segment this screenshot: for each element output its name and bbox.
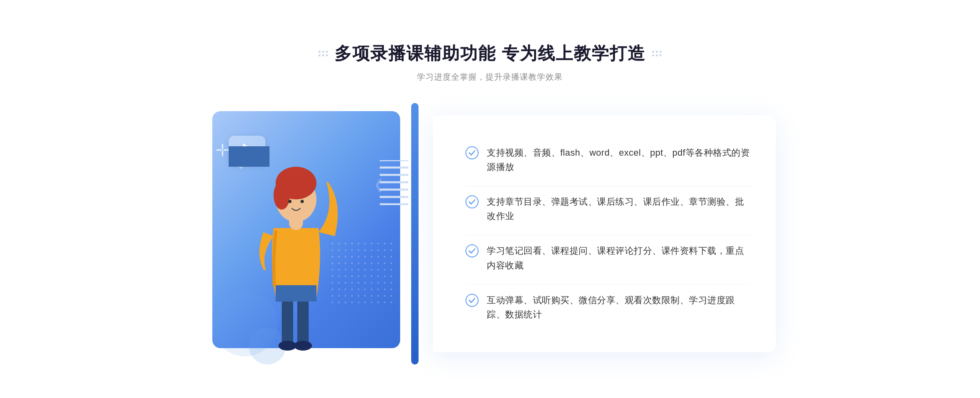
svg-point-26: [466, 147, 478, 159]
feature-text-2: 支持章节目录、弹题考试、课后练习、课后作业、章节测验、批改作业: [487, 195, 751, 223]
svg-point-10: [278, 341, 296, 351]
content-area: » 《: [204, 103, 776, 364]
right-title-decorator: [652, 51, 662, 56]
left-title-decorator: [318, 51, 328, 56]
check-icon-2: [466, 195, 479, 208]
feature-item-2: 支持章节目录、弹题考试、课后练习、课后作业、章节测验、批改作业: [466, 186, 751, 231]
feature-item-3: 学习笔记回看、课程提问、课程评论打分、课件资料下载，重点内容收藏: [466, 235, 751, 280]
svg-rect-9: [297, 297, 309, 347]
svg-rect-18: [229, 146, 270, 167]
feature-item-1: 支持视频、音频、flash、word、excel、ppt、pdf等各种格式的资源…: [466, 137, 751, 182]
check-icon-1: [466, 146, 479, 159]
svg-point-16: [288, 200, 292, 203]
svg-point-28: [466, 245, 478, 257]
feature-text-4: 互动弹幕、试听购买、微信分享、观看次数限制、学习进度跟踪、数据统计: [487, 293, 751, 322]
svg-point-17: [301, 200, 304, 203]
page-wrapper: 多项录播课辅助功能 专为线上教学打造 学习进度全掌握，提升录播课教学效果 »: [0, 18, 980, 381]
main-title: 多项录播课辅助功能 专为线上教学打造: [334, 42, 646, 65]
svg-point-27: [466, 196, 478, 208]
features-panel: 支持视频、音频、flash、word、excel、ppt、pdf等各种格式的资源…: [433, 115, 776, 352]
illustration-container: 《: [204, 103, 441, 364]
spark-decoration: [216, 144, 229, 158]
svg-point-15: [274, 181, 290, 210]
vertical-bar: [411, 103, 419, 364]
check-icon-4: [466, 294, 479, 307]
check-icon-3: [466, 244, 479, 257]
subtitle: 学习进度全掌握，提升录播课教学效果: [318, 72, 662, 83]
header-section: 多项录播课辅助功能 专为线上教学打造 学习进度全掌握，提升录播课教学效果: [318, 42, 662, 83]
svg-point-11: [294, 341, 312, 351]
feature-item-4: 互动弹幕、试听购买、微信分享、观看次数限制、学习进度跟踪、数据统计: [466, 284, 751, 330]
lines-decoration: [380, 160, 408, 207]
feature-text-1: 支持视频、音频、flash、word、excel、ppt、pdf等各种格式的资源…: [487, 145, 751, 174]
svg-point-29: [466, 294, 478, 306]
figure-illustration: [229, 146, 359, 364]
header-title-row: 多项录播课辅助功能 专为线上教学打造: [318, 42, 662, 65]
feature-text-3: 学习笔记回看、课程提问、课程评论打分、课件资料下载，重点内容收藏: [487, 244, 751, 272]
svg-rect-8: [282, 297, 293, 347]
